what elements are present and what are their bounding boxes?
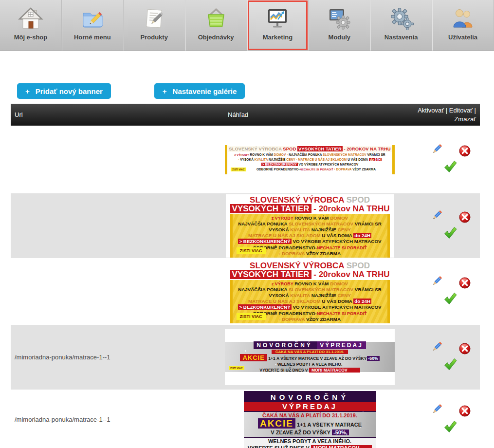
banner-url: /mimoriadna-ponuka/matrace-1--1 [11, 416, 225, 423]
nav-item-horne-menu[interactable]: Horné menu [62, 0, 124, 51]
table-row: SLOVENSKÝ VÝROBCA SPODVYSOKÝCH TATIER - … [11, 258, 480, 325]
table-header: Url Náhľad Aktivovať | Editovať | Zmazať [11, 104, 480, 126]
gears-icon [388, 3, 414, 34]
top-navigation: Môj e-shop Horné menu [0, 0, 494, 51]
nav-item-moj-eshop[interactable]: Môj e-shop [0, 0, 62, 51]
users-icon [450, 3, 476, 34]
add-banner-label: Pridať nový banner [36, 87, 103, 95]
row-actions [425, 342, 474, 373]
banner-preview: SLOVENSKÝ VÝROBCA SPODVYSOKÝCH TATIER - … [226, 194, 394, 258]
zisti-viac-chip: ZISTI VIAC [237, 313, 266, 320]
gallery-settings-button[interactable]: + Nastavenie galérie [154, 83, 245, 99]
zisti-viac-chip: ZISTI VIAC [229, 366, 244, 370]
nav-item-uzivatelia[interactable]: Užívatelia [432, 0, 494, 51]
nav-label: Horné menu [74, 34, 111, 41]
folder-pencil-icon [80, 3, 105, 34]
check-icon[interactable] [443, 292, 457, 307]
zisti-viac-chip: ZISTI VIAC [237, 247, 266, 254]
monitor-gear-icon [327, 3, 352, 34]
basket-icon [203, 3, 229, 34]
monitor-chart-icon [265, 3, 290, 34]
check-icon[interactable] [443, 357, 457, 373]
nav-label: Môj e-shop [14, 34, 48, 41]
nav-label: Produkty [141, 34, 168, 41]
check-icon[interactable] [443, 420, 457, 435]
home-icon [18, 3, 43, 34]
add-banner-button[interactable]: + Pridať nový banner [17, 83, 111, 99]
pencil-icon[interactable] [430, 210, 442, 225]
gallery-settings-label: Nastavenie galérie [173, 87, 237, 95]
banner-preview: NOVOROČNÝ VÝPREDAJČAKÁ NA VÁS A PLATÍ DO… [225, 329, 395, 385]
banner-toolbar: + Pridať nový banner + Nastavenie galéri… [17, 83, 494, 99]
banner-table: Url Náhľad Aktivovať | Editovať | Zmazať… [11, 104, 480, 448]
banner-url: /mimoriadna-ponuka/matrace-1--1 [11, 354, 225, 361]
row-actions [425, 276, 474, 307]
table-row: /mimoriadna-ponuka/matrace-1--1 NOVOROČN… [11, 390, 480, 448]
delete-icon[interactable] [459, 145, 471, 159]
delete-icon[interactable] [459, 211, 471, 225]
nav-item-nastavenia[interactable]: Nastavenia [370, 0, 432, 51]
delete-icon[interactable] [459, 343, 471, 356]
check-icon[interactable] [443, 160, 457, 175]
nav-label: Nastavenia [384, 34, 418, 41]
nav-label: Užívatelia [448, 34, 477, 41]
banner-preview: SLOVENSKÝ VÝROBCA SPOD VYSOKÝCH TATIER -… [225, 145, 395, 174]
table-row: /mimoriadna-ponuka/matrace-1--1 NOVOROČN… [11, 325, 480, 390]
banner-preview: SLOVENSKÝ VÝROBCA SPODVYSOKÝCH TATIER - … [226, 260, 394, 323]
column-header-url: Url [11, 111, 225, 118]
note-pencil-icon [142, 3, 167, 34]
pencil-icon[interactable] [430, 404, 442, 419]
check-icon[interactable] [443, 226, 457, 242]
plus-icon: + [25, 87, 30, 95]
pencil-icon[interactable] [430, 144, 442, 159]
delete-icon[interactable] [459, 405, 471, 419]
table-row: SLOVENSKÝ VÝROBCA SPODVYSOKÝCH TATIER - … [11, 193, 480, 258]
row-actions [425, 404, 474, 435]
pencil-icon[interactable] [430, 342, 442, 356]
pencil-icon[interactable] [430, 276, 442, 291]
table-row: SLOVENSKÝ VÝROBCA SPOD VYSOKÝCH TATIER -… [11, 126, 480, 193]
column-header-actions: Aktivovať | Editovať | Zmazať [395, 106, 480, 124]
nav-label: Objednávky [198, 34, 234, 41]
zisti-viac-chip: ZISTI VIAC [231, 168, 246, 171]
plus-icon: + [163, 87, 167, 95]
nav-item-objednavky[interactable]: Objednávky [185, 0, 247, 51]
nav-item-marketing[interactable]: Marketing [247, 0, 309, 51]
row-actions [425, 210, 474, 242]
nav-item-produkty[interactable]: Produkty [124, 0, 185, 51]
column-header-preview: Náhľad [225, 111, 395, 118]
row-actions [425, 144, 474, 175]
nav-item-moduly[interactable]: Moduly [309, 0, 370, 51]
delete-icon[interactable] [459, 277, 471, 291]
banner-preview: NOVOROČNÝVÝPREDAJČAKÁ NA VÁS A PLATÍ DO … [244, 391, 376, 448]
nav-label: Moduly [329, 34, 351, 41]
nav-label: Marketing [263, 34, 293, 41]
